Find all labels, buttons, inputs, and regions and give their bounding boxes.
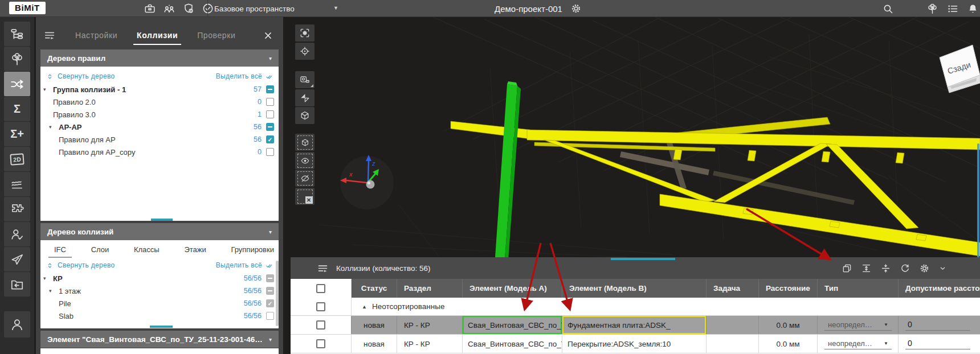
panel-close-button[interactable] — [263, 31, 273, 40]
section-plane-button[interactable] — [295, 89, 315, 106]
rule-tree-row[interactable]: Правило 3.0 1 — [40, 108, 279, 121]
rules-tree-header[interactable]: Дерево правил ▾ — [40, 50, 279, 67]
rule-tree-row[interactable]: ▾ АР-АР 56 — [40, 121, 279, 133]
tree-caret-icon[interactable]: ▾ — [49, 288, 59, 294]
tree-caret-icon[interactable]: ▾ — [43, 275, 53, 281]
rule-tree-row[interactable]: Правило для АР 56 — [40, 133, 279, 146]
sidebar-item-user[interactable] — [4, 311, 30, 337]
collapse-tree-link[interactable]: Свернуть дерево — [46, 72, 115, 80]
isolate-selection-button[interactable] — [295, 134, 315, 151]
team-icon[interactable] — [163, 2, 175, 15]
target-button[interactable] — [295, 43, 315, 60]
sidebar-item-sum-plus[interactable]: Σ+ — [4, 122, 30, 146]
checkbox[interactable] — [266, 85, 274, 93]
checkbox[interactable] — [266, 123, 274, 131]
element-section-header[interactable]: Элемент "Свая_Винтовая_СВС_по_ТУ_25-11-2… — [40, 331, 279, 348]
sidebar-item-plugins[interactable] — [4, 197, 30, 221]
project-settings-gear-icon[interactable] — [570, 3, 582, 14]
type-select[interactable]: неопредел… ▼ — [824, 339, 892, 349]
tab-ifc[interactable]: IFC — [54, 245, 66, 254]
show-selection-button[interactable] — [295, 152, 315, 169]
collision-count: 56/56 — [244, 287, 262, 295]
briefcase-icon[interactable] — [144, 2, 156, 15]
tree-scrollbar[interactable] — [276, 261, 279, 326]
sidebar-item-trowel[interactable] — [4, 247, 30, 271]
checkbox[interactable] — [266, 110, 274, 118]
measure-button[interactable] — [295, 71, 315, 88]
row-checkbox[interactable] — [316, 320, 325, 330]
caret-down-icon[interactable]: ▼ — [333, 5, 338, 11]
table-menu-icon[interactable] — [317, 262, 329, 274]
select-all-checkbox[interactable] — [316, 284, 325, 293]
allowed-distance-input[interactable]: 0 — [905, 319, 970, 331]
tab-layers[interactable]: Слои — [91, 245, 109, 254]
tab-settings[interactable]: Настройки — [75, 31, 117, 40]
caret-up-icon[interactable]: ▲ — [362, 304, 367, 310]
checkbox[interactable] — [266, 148, 274, 156]
bell-icon-button[interactable] — [967, 3, 979, 15]
scroll-indicator[interactable] — [150, 326, 173, 328]
tree-caret-icon[interactable]: ▾ — [49, 124, 59, 130]
expand-rows-icon[interactable] — [861, 263, 872, 274]
checkbox[interactable] — [266, 274, 274, 282]
search-icon-button[interactable] — [882, 3, 894, 15]
table-scroll-indicator[interactable] — [611, 258, 675, 260]
chevron-down-icon[interactable] — [938, 264, 947, 273]
checkbox[interactable] — [266, 135, 274, 143]
checkbox[interactable] — [266, 312, 274, 320]
sidebar-item-model-tree[interactable] — [4, 47, 30, 71]
cell-type: неопредел… ▼ — [818, 335, 899, 353]
rule-tree-row[interactable]: Правило для АР_copy 0 — [40, 146, 279, 158]
rule-tree-row[interactable]: Правило 2.0 0 — [40, 96, 279, 108]
select-all-link[interactable]: Выделить всё — [216, 72, 273, 80]
tab-groupings[interactable]: Группировки — [231, 245, 274, 254]
collision-row[interactable]: новая КР - КР Свая_Винтовая_СВС_по_ТУ_ П… — [291, 335, 980, 353]
hide-selection-button[interactable] — [295, 170, 315, 187]
type-select[interactable]: неопредел… ▼ — [824, 320, 892, 331]
sidebar-item-user-check[interactable] — [4, 222, 30, 246]
check-circle-icon[interactable] — [202, 2, 214, 15]
allowed-distance-input[interactable]: 0 — [905, 338, 970, 349]
tab-collisions[interactable]: Коллизии — [137, 31, 178, 40]
checkbox[interactable] — [266, 287, 274, 295]
table-group-row[interactable]: ▲ Неотсортированные — [291, 298, 980, 316]
gear-icon[interactable] — [919, 263, 930, 274]
tree-caret-icon[interactable]: ▾ — [43, 87, 53, 92]
row-checkbox[interactable] — [316, 339, 325, 348]
copy-icon[interactable] — [842, 263, 852, 274]
sidebar-item-structure[interactable] — [4, 22, 30, 46]
sidebar-item-collisions[interactable] — [4, 72, 30, 96]
group-checkbox[interactable] — [316, 302, 325, 311]
ifc-tree-row[interactable]: Pile 56/56 — [40, 297, 279, 310]
tab-floors[interactable]: Этажи — [184, 245, 206, 254]
view-cube[interactable]: Сзади — [940, 45, 980, 93]
workspace-dropdown[interactable]: Базовое пространство — [214, 0, 295, 17]
sidebar-item-2d-view[interactable]: 2D — [4, 147, 30, 171]
shield-status-icon[interactable] — [182, 2, 195, 15]
select-all-link[interactable]: Выделить всё — [216, 261, 273, 269]
section-box-button[interactable] — [295, 107, 315, 124]
ifc-tree-row[interactable]: ▾ 1 этаж 56/56 — [40, 285, 279, 297]
clear-selection-button[interactable]: ✕ — [295, 188, 315, 205]
collisions-tree-header[interactable]: Дерево коллизий ▾ — [40, 223, 279, 240]
checkbox[interactable] — [266, 98, 274, 106]
sidebar-item-charts[interactable] — [4, 172, 30, 196]
collapse-tree-link[interactable]: Свернуть дерево — [46, 261, 115, 269]
sidebar-item-sum[interactable]: Σ — [4, 97, 30, 121]
collapse-rows-icon[interactable] — [880, 263, 891, 274]
panel-menu-icon[interactable] — [43, 29, 56, 42]
refresh-icon[interactable] — [900, 263, 910, 274]
fit-view-button[interactable] — [295, 24, 315, 42]
scroll-indicator[interactable] — [151, 219, 173, 221]
list-icon-button[interactable] — [947, 3, 959, 15]
collision-row[interactable]: новая КР - КР Свая_Винтовая_СВС_по_ТУ_ Ф… — [291, 316, 980, 335]
ifc-tree-row[interactable]: Slab 56/56 — [40, 310, 279, 322]
tab-classes[interactable]: Классы — [134, 245, 160, 254]
checkbox[interactable] — [266, 299, 274, 307]
model-tree-icon-button[interactable] — [926, 3, 938, 15]
axes-gizmo[interactable]: x z — [340, 155, 394, 209]
sidebar-item-folder-export[interactable] — [4, 272, 30, 297]
rule-tree-row[interactable]: ▾ Группа коллизий - 1 57 — [40, 83, 279, 96]
tab-checks[interactable]: Проверки — [197, 31, 235, 40]
ifc-tree-row[interactable]: ▾ КР 56/56 — [40, 272, 279, 285]
